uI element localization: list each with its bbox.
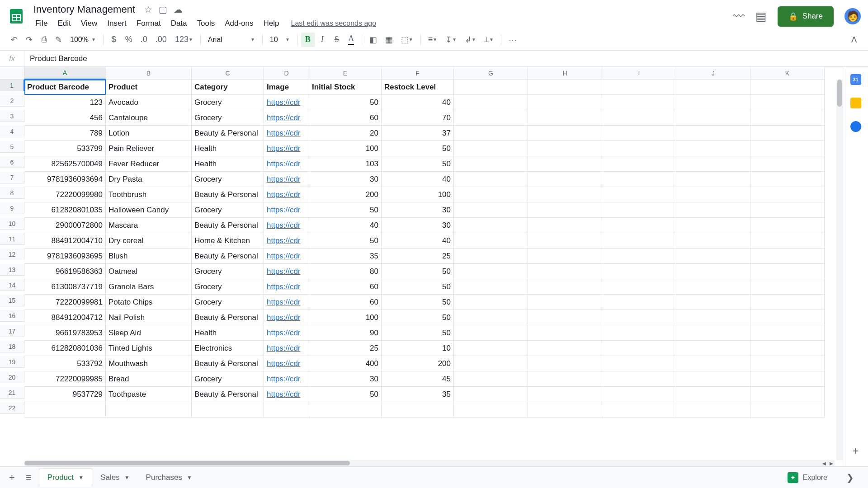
cell-D4[interactable]: https://cdr xyxy=(264,126,309,141)
text-wrap-button[interactable]: ↲ ▼ xyxy=(461,33,480,47)
cell-B1[interactable]: Product xyxy=(106,80,192,95)
column-header-E[interactable]: E xyxy=(309,67,382,80)
row-header-19[interactable]: 19 xyxy=(0,356,24,368)
cell-I20[interactable] xyxy=(602,371,676,387)
cell-H18[interactable] xyxy=(528,341,602,356)
cell-C12[interactable]: Beauty & Personal xyxy=(192,249,264,264)
cell-D2[interactable]: https://cdr xyxy=(264,95,309,110)
column-header-C[interactable]: C xyxy=(192,67,264,80)
cell-B18[interactable]: Tinted Lights xyxy=(106,341,192,356)
cell-K17[interactable] xyxy=(750,325,825,341)
cell-H15[interactable] xyxy=(528,295,602,310)
cell-C11[interactable]: Home & Kitchen xyxy=(192,233,264,249)
cell-J11[interactable] xyxy=(676,233,750,249)
cell-E2[interactable]: 50 xyxy=(309,95,382,110)
cell-C17[interactable]: Health xyxy=(192,325,264,341)
cell-A16[interactable]: 884912004712 xyxy=(24,310,106,325)
column-header-A[interactable]: A xyxy=(24,67,106,80)
menu-data[interactable]: Data xyxy=(166,17,192,30)
undo-button[interactable]: ↶ xyxy=(7,33,21,47)
cell-F8[interactable]: 100 xyxy=(382,187,454,202)
cell-G2[interactable] xyxy=(454,95,528,110)
bold-button[interactable]: B xyxy=(301,33,315,47)
cell-C18[interactable]: Electronics xyxy=(192,341,264,356)
row-header-6[interactable]: 6 xyxy=(0,156,24,168)
cell-J3[interactable] xyxy=(676,110,750,126)
cell-D6[interactable]: https://cdr xyxy=(264,156,309,172)
add-sheet-button[interactable]: + xyxy=(5,468,19,487)
cell-H12[interactable] xyxy=(528,249,602,264)
cell-E1[interactable]: Initial Stock xyxy=(309,80,382,95)
cell-G3[interactable] xyxy=(454,110,528,126)
cell-I10[interactable] xyxy=(602,218,676,233)
font-size-select[interactable]: 10▼ xyxy=(266,33,293,47)
cell-E6[interactable]: 103 xyxy=(309,156,382,172)
cell-H21[interactable] xyxy=(528,387,602,402)
cell-F21[interactable]: 35 xyxy=(382,387,454,402)
cell-A5[interactable]: 533799 xyxy=(24,141,106,156)
cell-D17[interactable]: https://cdr xyxy=(264,325,309,341)
cell-K15[interactable] xyxy=(750,295,825,310)
cell-K12[interactable] xyxy=(750,249,825,264)
last-edit-link[interactable]: Last edit was seconds ago xyxy=(291,19,377,28)
vertical-scrollbar[interactable] xyxy=(836,80,843,460)
cell-J17[interactable] xyxy=(676,325,750,341)
font-select[interactable]: Arial▼ xyxy=(204,33,259,47)
cell-I11[interactable] xyxy=(602,233,676,249)
menu-edit[interactable]: Edit xyxy=(53,17,75,30)
cell-K3[interactable] xyxy=(750,110,825,126)
cell-F5[interactable]: 50 xyxy=(382,141,454,156)
cell-J6[interactable] xyxy=(676,156,750,172)
cell-G10[interactable] xyxy=(454,218,528,233)
cell-G5[interactable] xyxy=(454,141,528,156)
cell-E7[interactable]: 30 xyxy=(309,172,382,187)
cell-I8[interactable] xyxy=(602,187,676,202)
cell-J16[interactable] xyxy=(676,310,750,325)
paint-format-button[interactable]: ✎ xyxy=(52,33,66,47)
cell-H16[interactable] xyxy=(528,310,602,325)
cell-E15[interactable]: 60 xyxy=(309,295,382,310)
cell-C13[interactable]: Grocery xyxy=(192,264,264,279)
cell-C7[interactable]: Grocery xyxy=(192,172,264,187)
cell-A19[interactable]: 533792 xyxy=(24,356,106,371)
strikethrough-button[interactable]: S xyxy=(330,33,344,47)
cell-I16[interactable] xyxy=(602,310,676,325)
formula-input[interactable] xyxy=(24,52,868,66)
cell-E12[interactable]: 35 xyxy=(309,249,382,264)
cell-D3[interactable]: https://cdr xyxy=(264,110,309,126)
sheets-logo[interactable] xyxy=(7,7,25,25)
cell-H2[interactable] xyxy=(528,95,602,110)
sheet-tab-purchases[interactable]: Purchases▼ xyxy=(138,468,200,487)
cell-G18[interactable] xyxy=(454,341,528,356)
activity-icon[interactable]: 〰 xyxy=(733,9,745,23)
cell-F15[interactable]: 50 xyxy=(382,295,454,310)
cell-G4[interactable] xyxy=(454,126,528,141)
cell-K5[interactable] xyxy=(750,141,825,156)
cell-G21[interactable] xyxy=(454,387,528,402)
cell-G19[interactable] xyxy=(454,356,528,371)
cell-K22[interactable] xyxy=(750,402,825,418)
cell-E5[interactable]: 100 xyxy=(309,141,382,156)
menu-view[interactable]: View xyxy=(76,17,102,30)
cell-E11[interactable]: 50 xyxy=(309,233,382,249)
cell-B7[interactable]: Dry Pasta xyxy=(106,172,192,187)
zoom-select[interactable]: 100%▼ xyxy=(66,33,99,47)
cell-I18[interactable] xyxy=(602,341,676,356)
column-header-K[interactable]: K xyxy=(750,67,825,80)
row-header-14[interactable]: 14 xyxy=(0,279,24,291)
keep-icon[interactable] xyxy=(850,98,861,108)
row-header-21[interactable]: 21 xyxy=(0,387,24,399)
sheet-tab-sales[interactable]: Sales▼ xyxy=(92,468,137,487)
cell-H3[interactable] xyxy=(528,110,602,126)
cell-J18[interactable] xyxy=(676,341,750,356)
cell-C5[interactable]: Health xyxy=(192,141,264,156)
row-header-18[interactable]: 18 xyxy=(0,341,24,352)
borders-button[interactable]: ▦ xyxy=(382,33,396,47)
row-header-3[interactable]: 3 xyxy=(0,110,24,122)
cell-K10[interactable] xyxy=(750,218,825,233)
text-rotation-button[interactable]: ⟂ ▼ xyxy=(481,33,497,47)
cell-D14[interactable]: https://cdr xyxy=(264,279,309,295)
cell-F22[interactable] xyxy=(382,402,454,418)
cell-F18[interactable]: 10 xyxy=(382,341,454,356)
cell-J15[interactable] xyxy=(676,295,750,310)
